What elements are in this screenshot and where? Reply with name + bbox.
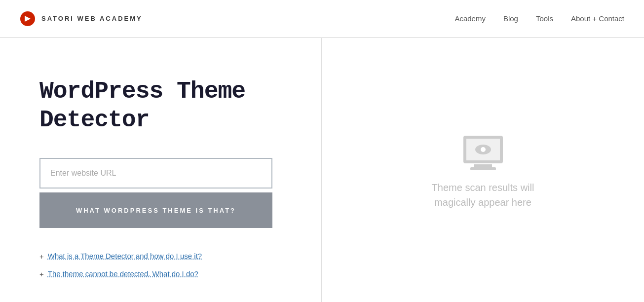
page-title: WordPress Theme Detector [39, 77, 282, 134]
right-panel: Theme scan results will magically appear… [322, 38, 644, 302]
logo-text: SATORI WEB ACADEMY [41, 15, 143, 22]
left-panel: WordPress Theme Detector WHAT WORDPRESS … [0, 38, 322, 302]
faq-link-1[interactable]: What is a Theme Detector and how do I us… [48, 252, 202, 260]
monitor-icon [463, 136, 503, 170]
nav-academy[interactable]: Academy [455, 14, 486, 23]
detect-button[interactable]: WHAT WORDPRESS THEME IS THAT? [39, 192, 272, 228]
faq-plus-2: + [39, 270, 44, 278]
faq-plus-1: + [39, 252, 44, 261]
nav-about-contact[interactable]: About + Contact [571, 14, 624, 23]
nav-blog[interactable]: Blog [503, 14, 518, 23]
results-placeholder-text: Theme scan results will magically appear… [432, 180, 534, 210]
logo-area: SATORI WEB ACADEMY [20, 11, 143, 27]
logo-icon [20, 11, 36, 27]
monitor-base [470, 167, 496, 170]
nav-tools[interactable]: Tools [536, 14, 553, 23]
eye-pupil [481, 147, 486, 152]
faq-link-2[interactable]: The theme cannot be detected. What do I … [48, 269, 198, 278]
url-input[interactable] [39, 158, 272, 189]
faq-item-2: + The theme cannot be detected. What do … [39, 269, 282, 278]
monitor-screen [463, 136, 503, 163]
site-header: SATORI WEB ACADEMY Academy Blog Tools Ab… [0, 0, 644, 38]
main-container: WordPress Theme Detector WHAT WORDPRESS … [0, 38, 644, 302]
main-nav: Academy Blog Tools About + Contact [455, 14, 624, 23]
faq-item-1: + What is a Theme Detector and how do I … [39, 252, 282, 261]
monitor-stand [474, 164, 492, 167]
faq-list: + What is a Theme Detector and how do I … [39, 252, 282, 278]
eye-icon [475, 145, 491, 154]
